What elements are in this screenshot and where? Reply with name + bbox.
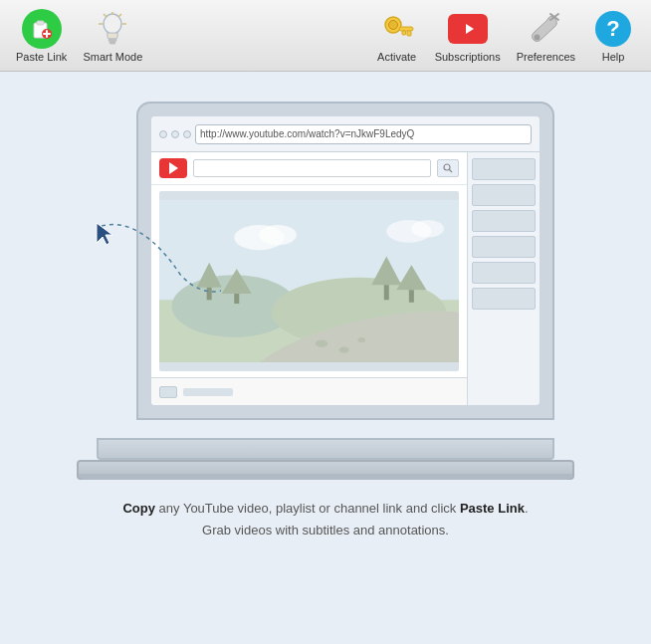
key-icon: [377, 9, 417, 49]
main-content: http://www.youtube.com/watch?v=nJkwF9Led…: [0, 72, 651, 644]
sidebar-thumb-4: [472, 236, 536, 258]
svg-point-19: [535, 34, 541, 40]
window-controls: [159, 130, 191, 138]
laptop-illustration: http://www.youtube.com/watch?v=nJkwF9Led…: [77, 102, 574, 490]
activate-button[interactable]: Activate: [367, 2, 427, 70]
svg-point-42: [316, 339, 328, 347]
yt-logo: [159, 158, 187, 178]
wrench-icon: [526, 9, 565, 49]
paste-link-button[interactable]: Paste Link: [8, 2, 75, 70]
dot-1: [159, 130, 167, 138]
svg-rect-16: [407, 31, 411, 36]
activate-label: Activate: [377, 51, 416, 63]
svg-point-23: [444, 164, 450, 170]
svg-rect-1: [37, 21, 44, 25]
subscriptions-icon: [448, 9, 488, 49]
caption-line-2: Grab videos with subtitles and annotatio…: [122, 520, 528, 541]
laptop-base: [97, 438, 554, 460]
svg-rect-33: [234, 294, 239, 304]
bulb-icon: [93, 9, 132, 49]
yt-search-input: [193, 159, 431, 177]
url-bar: http://www.youtube.com/watch?v=nJkwF9Led…: [195, 124, 532, 144]
sidebar-thumb-2: [472, 184, 536, 206]
yt-search-bar: [151, 152, 467, 185]
preferences-label: Preferences: [517, 51, 575, 63]
svg-line-11: [104, 14, 107, 17]
cursor-icon: [95, 221, 116, 251]
laptop-foot: [77, 460, 574, 480]
help-icon: ?: [593, 9, 633, 49]
help-label: Help: [602, 51, 625, 63]
caption-line-1: Copy any YouTube video, playlist or chan…: [122, 498, 528, 520]
browser-chrome: http://www.youtube.com/watch?v=nJkwF9Led…: [151, 116, 540, 152]
dot-3: [183, 130, 191, 138]
svg-line-24: [450, 170, 453, 173]
url-text: http://www.youtube.com/watch?v=nJkwF9Led…: [200, 128, 414, 139]
svg-marker-22: [97, 223, 112, 245]
caption-paste-link-bold: Paste Link: [460, 501, 525, 516]
yt-search-button: [437, 159, 459, 177]
preferences-button[interactable]: Preferences: [509, 2, 583, 70]
bottom-line-1: [183, 388, 233, 396]
svg-rect-37: [409, 290, 414, 303]
svg-point-14: [388, 20, 397, 29]
dashed-arc-line: [102, 216, 221, 320]
svg-rect-17: [402, 31, 406, 35]
browser-sidebar: [468, 152, 540, 405]
svg-rect-35: [384, 285, 389, 300]
sidebar-thumb-6: [472, 288, 536, 310]
smart-mode-button[interactable]: Smart Mode: [75, 2, 150, 70]
svg-point-39: [259, 225, 297, 245]
toolbar: Paste Link Smart Mode: [0, 0, 651, 72]
smart-mode-label: Smart Mode: [83, 51, 142, 63]
svg-point-41: [411, 220, 444, 238]
paste-link-icon: [22, 9, 62, 49]
sidebar-thumb-3: [472, 210, 536, 232]
svg-line-9: [118, 14, 121, 17]
svg-point-44: [357, 337, 365, 342]
caption-area: Copy any YouTube video, playlist or chan…: [122, 498, 528, 541]
svg-rect-6: [108, 39, 116, 42]
svg-point-43: [339, 346, 349, 352]
svg-rect-15: [399, 27, 413, 31]
subscriptions-button[interactable]: Subscriptions: [427, 2, 509, 70]
svg-marker-18: [466, 24, 474, 34]
subscriptions-label: Subscriptions: [435, 51, 501, 63]
browser-bottom-bar: [151, 377, 467, 405]
caption-period: .: [525, 501, 529, 516]
caption-copy-bold: Copy: [122, 501, 155, 516]
help-button[interactable]: ? Help: [583, 2, 643, 70]
sidebar-thumb-1: [472, 158, 536, 180]
paste-link-label: Paste Link: [16, 51, 67, 63]
caption-middle-text: any YouTube video, playlist or channel l…: [155, 501, 460, 516]
sidebar-thumb-5: [472, 262, 536, 284]
svg-rect-7: [109, 42, 115, 44]
bottom-rect-1: [159, 386, 177, 398]
dot-2: [171, 130, 179, 138]
